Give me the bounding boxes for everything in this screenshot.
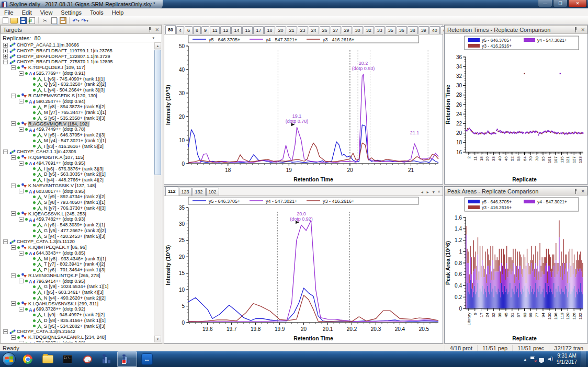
peptide-tree-row[interactable]: K.TGFLQLDEK.I [109, 117]: [1, 65, 154, 71]
replicate-tab-11[interactable]: 11: [210, 26, 220, 34]
show-desktop-button[interactable]: [581, 351, 586, 367]
precursor-tree-row[interactable]: A459.7449++ (dotp 0.78): [1, 127, 154, 132]
precursor-tree-row[interactable]: A603.8017++ (dotp 0.95): [1, 189, 154, 194]
replicate-tab-39[interactable]: 39: [419, 26, 429, 34]
replicate-tab-132[interactable]: 132: [193, 188, 206, 196]
retention-times-chart[interactable]: y5 - 646.3705+y4 - 547.3021+y3 - 416.261…: [445, 34, 587, 185]
replicate-tab-15[interactable]: 15: [242, 26, 253, 34]
tree-expander-icon[interactable]: [19, 251, 24, 256]
tab-scroll-right-icon[interactable]: ►: [426, 190, 429, 194]
replicate-tab-24[interactable]: 24: [309, 26, 319, 34]
precursor-tree-row[interactable]: A590.2547++ (dotp 0.94): [1, 99, 154, 105]
transition-tree-row[interactable]: V [y9] - 892.4734+ (rank 2)[2]: [1, 194, 154, 200]
protein-tree-row[interactable]: CHOYP_CAH2.1.1|m.42306: [1, 149, 154, 155]
tab-menu-icon[interactable]: ▼: [432, 190, 435, 194]
tree-expander-icon[interactable]: [19, 189, 24, 193]
replicate-tab-23[interactable]: 23: [298, 26, 308, 34]
tree-expander-icon[interactable]: [3, 150, 8, 154]
replicates-dropdown-icon[interactable]: ▾: [152, 36, 154, 40]
replicate-tab-80[interactable]: 80: [165, 25, 176, 34]
tree-expander-icon[interactable]: [11, 155, 16, 160]
replicate-tab-8[interactable]: 8: [193, 26, 201, 34]
menu-help[interactable]: Help: [108, 9, 128, 16]
peptide-tree-row[interactable]: K.NAEVSNTGSSIK.V [137, 148]: [1, 183, 154, 189]
replicate-tab-26[interactable]: 26: [320, 26, 330, 34]
protein-tree-row[interactable]: CHOYP_BRAFLDRAFT_275870.1.1|m.12895: [1, 59, 154, 65]
replicate-tab-9[interactable]: 9: [201, 26, 209, 34]
replicate-tab-6[interactable]: 6: [185, 26, 193, 34]
menu-view[interactable]: View: [36, 9, 57, 16]
transition-tree-row[interactable]: A [y6] - 548.3039+ (rank 2)[1]: [1, 222, 154, 228]
transition-tree-row[interactable]: L [y9] - 948.4997+ (rank 2)[2]: [1, 312, 154, 318]
share-document-icon[interactable]: [28, 17, 36, 24]
tree-expander-icon[interactable]: [19, 161, 24, 166]
close-panel-icon[interactable]: ✕: [581, 189, 585, 194]
targets-scrollbar[interactable]: ▲ ▼: [154, 42, 161, 342]
replicate-tab-33[interactable]: 33: [375, 26, 385, 34]
tree-expander-icon[interactable]: [19, 307, 24, 312]
precursor-tree-row[interactable]: A794.3897++ (dotp 0.98): [1, 340, 154, 342]
protein-tree-row[interactable]: CHOYP_CATA.3.3|m.21642: [1, 329, 154, 335]
tree-expander-icon[interactable]: [3, 60, 8, 64]
transition-tree-row[interactable]: M [y8] - 933.4346+ (rank 3)[1]: [1, 256, 154, 262]
protein-tree-row[interactable]: CHOYP_BRAFLDRAFT_122807.1.1|m.3729: [1, 54, 154, 60]
replicate-tab-32[interactable]: 32: [364, 26, 374, 34]
replicate-tab-14[interactable]: 14: [231, 26, 242, 34]
pin-icon[interactable]: [148, 27, 152, 32]
replicate-tab-35[interactable]: 35: [386, 26, 396, 34]
precursor-tree-row[interactable]: A494.7691++ (dotp 0.95): [1, 160, 154, 166]
replicate-tab-102[interactable]: 102: [206, 188, 219, 196]
restore-button[interactable]: ❐: [553, 0, 568, 7]
transition-tree-row[interactable]: I [y3] - 416.2616+ (rank 5)[2]: [1, 144, 154, 150]
transition-tree-row[interactable]: L [y4] - 504.2664+ (rank 3)[3]: [1, 87, 154, 93]
scrollbar-thumb[interactable]: [154, 50, 161, 175]
tab-scroll-left-icon[interactable]: ◄: [420, 190, 424, 194]
peptide-tree-row[interactable]: K.LQAHLDSVSNVSK.I [299, 311]: [1, 301, 154, 307]
replicate-tab-18[interactable]: 18: [264, 26, 275, 34]
replicate-tab-20[interactable]: 20: [276, 26, 286, 34]
transition-tree-row[interactable]: L [y6] - 745.4090+ (rank 1)[1]: [1, 76, 154, 82]
menu-settings[interactable]: Settings: [56, 9, 86, 16]
precursor-tree-row[interactable]: A644.3343++ (dotp 0.85): [1, 250, 154, 256]
replicate-tab-27[interactable]: 27: [331, 26, 341, 34]
tree-expander-icon[interactable]: [3, 239, 8, 244]
replicate-tab-12[interactable]: 12: [220, 26, 231, 34]
transition-tree-row[interactable]: G [y9] - 1024.5534+ (rank 1)[1]: [1, 284, 154, 290]
tree-expander-icon[interactable]: [11, 183, 16, 188]
pin-icon[interactable]: [574, 27, 578, 32]
transition-tree-row[interactable]: P [y6] - 701.3464+ (rank 1)[3]: [1, 267, 154, 273]
tree-expander-icon[interactable]: [19, 99, 24, 104]
transition-tree-row[interactable]: S [y5] - 535.2358+ (rank 3)[3]: [1, 116, 154, 121]
transition-tree-row[interactable]: I [y6] - 676.3876+ (rank 3)[3]: [1, 166, 154, 172]
scroll-up-icon[interactable]: ▲: [154, 42, 161, 49]
replicate-tab-29[interactable]: 29: [342, 26, 352, 34]
menu-tools[interactable]: Tools: [86, 9, 108, 16]
protein-tree-row[interactable]: CHOYP_BRAFLDRAFT_119799.1.1|m.23765: [1, 48, 154, 54]
replicate-tab-30[interactable]: 30: [353, 26, 363, 34]
pin-icon[interactable]: [574, 189, 578, 194]
minimize-button[interactable]: —: [538, 0, 552, 7]
menu-file[interactable]: File: [0, 9, 18, 16]
transition-tree-row[interactable]: S [y4] - 420.2453+ (rank 5)[3]: [1, 234, 154, 239]
transition-tree-row[interactable]: D [y5] - 563.3035+ (rank 2)[1]: [1, 171, 154, 177]
tray-expand-icon[interactable]: ▲: [523, 358, 527, 361]
peptide-tree-row[interactable]: R.AGGSVMIQR.V [184, 192]: [1, 121, 154, 127]
peptide-tree-row[interactable]: K.IQEAGSSVK.L [245, 253]: [1, 211, 154, 217]
save-icon[interactable]: [19, 17, 27, 24]
close-panel-icon[interactable]: ✕: [581, 27, 585, 32]
replicate-tab-17[interactable]: 17: [253, 26, 264, 34]
replicate-tab-38[interactable]: 38: [408, 26, 418, 34]
replicate-tab-4[interactable]: 4: [176, 26, 184, 34]
tree-expander-icon[interactable]: [11, 94, 16, 98]
tree-expander-icon[interactable]: [3, 43, 8, 48]
tree-expander-icon[interactable]: [19, 127, 24, 132]
tree-expander-icon[interactable]: [11, 273, 16, 278]
precursor-tree-row[interactable]: A699.3728++ (dotp 0.92): [1, 306, 154, 312]
taskbar-skyline-daily-icon[interactable]: [117, 351, 137, 367]
replicate-tab-123[interactable]: 123: [179, 188, 192, 196]
transition-tree-row[interactable]: M [y4] - 547.3021+ (rank 1)[1]: [1, 138, 154, 144]
tree-expander-icon[interactable]: [19, 341, 24, 342]
transition-tree-row[interactable]: G [y5] - 477.2667+ (rank 3)[2]: [1, 228, 154, 234]
taskbar-chrome-icon[interactable]: [18, 351, 38, 367]
protein-tree-row[interactable]: CHOYP_CATA.1.3|m.11120: [1, 239, 154, 245]
